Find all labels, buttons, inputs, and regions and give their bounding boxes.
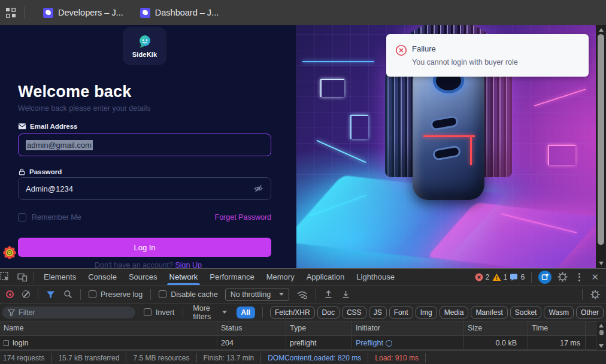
more-options-icon[interactable] — [574, 273, 585, 281]
browser-tab-developers[interactable]: Developers – J... — [35, 0, 132, 25]
chip-img[interactable]: Img — [416, 307, 437, 318]
column-header-type[interactable]: Type — [286, 321, 352, 335]
close-devtools-icon[interactable]: ✕ — [587, 272, 605, 283]
chip-js[interactable]: JS — [369, 307, 387, 318]
clear-network-log-icon[interactable] — [19, 286, 34, 303]
network-settings-gear-icon[interactable] — [587, 286, 604, 303]
network-status-bar: 174 requests 15.7 kB transferred 7.5 MB … — [0, 350, 606, 364]
browser-tab-dashboard[interactable]: Dashboard – J... — [132, 0, 227, 25]
scroll-up-arrow-icon[interactable] — [599, 324, 604, 327]
record-network-log-icon[interactable] — [2, 286, 17, 303]
request-name-cell[interactable]: login — [0, 336, 217, 349]
brand-logo: SideKik — [123, 27, 166, 65]
eye-off-icon[interactable] — [253, 184, 263, 193]
scroll-down-arrow-icon[interactable] — [599, 262, 604, 265]
filter-icon[interactable] — [43, 286, 59, 303]
error-icon — [475, 273, 483, 281]
toast-title: Failure — [412, 44, 436, 53]
padlock-accent — [423, 135, 475, 137]
error-count-badge[interactable]: 2 — [475, 273, 490, 281]
flower-extension-icon[interactable] — [1, 243, 19, 262]
document-icon — [4, 340, 9, 346]
forgot-password-link[interactable]: Forget Password — [215, 213, 271, 222]
throttling-select[interactable]: No throttling — [225, 289, 289, 301]
tab-console[interactable]: Console — [82, 269, 123, 285]
export-har-icon[interactable] — [338, 286, 354, 303]
initiator-info-icon[interactable] — [386, 340, 392, 347]
initiator-link[interactable]: Preflight — [356, 339, 383, 347]
settings-gear-icon[interactable] — [554, 272, 571, 282]
divider — [316, 289, 316, 300]
devtools-tab-bar: Elements Console Sources Network Perform… — [0, 269, 606, 286]
filter-input-pill[interactable] — [2, 307, 135, 318]
chip-css[interactable]: CSS — [342, 307, 366, 318]
chip-font[interactable]: Font — [389, 307, 413, 318]
chip-doc[interactable]: Doc — [317, 307, 340, 318]
tab-groups-icon[interactable] — [5, 7, 16, 18]
request-size-cell: 0.0 kB — [464, 336, 528, 349]
filter-input[interactable] — [19, 308, 130, 317]
column-header-size[interactable]: Size — [464, 321, 528, 335]
tab-elements[interactable]: Elements — [38, 269, 82, 285]
request-status-cell: 204 — [217, 336, 286, 349]
scrollbar-thumb[interactable] — [599, 330, 604, 335]
chip-all[interactable]: All — [237, 307, 255, 318]
column-header-name[interactable]: Name — [0, 321, 217, 335]
chip-socket[interactable]: Socket — [510, 307, 542, 318]
tab-sources[interactable]: Sources — [123, 269, 163, 285]
circuit-decoration — [350, 115, 368, 139]
scrollbar-thumb[interactable] — [598, 34, 604, 245]
request-type-cell: preflight — [286, 336, 352, 349]
network-conditions-icon[interactable] — [293, 286, 311, 303]
scroll-down-arrow-icon[interactable] — [599, 344, 604, 348]
checkbox-icon — [159, 290, 166, 298]
remember-me-checkbox[interactable]: Remember Me — [18, 213, 81, 222]
tab-application[interactable]: Application — [301, 269, 351, 285]
preserve-log-checkbox[interactable]: Preserve log — [85, 290, 146, 299]
inspect-element-icon[interactable] — [0, 269, 14, 285]
page-scrollbar[interactable] — [596, 25, 606, 268]
chip-fetch-xhr[interactable]: Fetch/XHR — [270, 307, 315, 318]
chip-wasm[interactable]: Wasm — [544, 307, 574, 318]
message-bubble-icon — [510, 273, 518, 281]
chip-manifest[interactable]: Manifest — [471, 307, 507, 318]
tab-memory[interactable]: Memory — [260, 269, 301, 285]
network-request-table: Name Status Type Initiator Size Time log… — [0, 321, 606, 350]
invert-checkbox[interactable]: Invert — [140, 308, 178, 317]
divider — [262, 307, 263, 318]
padlock-slot — [430, 115, 459, 131]
tab-network[interactable]: Network — [163, 269, 204, 285]
table-row[interactable]: login 204 preflight Preflight 0.0 kB 17 … — [0, 335, 606, 350]
divider — [34, 272, 34, 283]
column-header-initiator[interactable]: Initiator — [352, 321, 464, 335]
tab-lighthouse[interactable]: Lighthouse — [350, 269, 401, 285]
password-input[interactable]: Admin@1234 — [18, 177, 271, 200]
chip-media[interactable]: Media — [440, 307, 469, 318]
warning-icon — [492, 273, 501, 281]
signup-link[interactable]: Sign Up — [175, 261, 201, 268]
devtools-activity-icon[interactable] — [538, 271, 552, 284]
warning-count-badge[interactable]: 1 — [492, 273, 508, 281]
column-header-time[interactable]: Time — [528, 321, 586, 335]
disable-cache-checkbox[interactable]: Disable cache — [155, 290, 222, 299]
import-har-icon[interactable] — [320, 286, 337, 303]
message-count-badge[interactable]: 6 — [510, 273, 525, 281]
email-input[interactable]: admin@gmail.com — [18, 134, 271, 156]
search-icon[interactable] — [60, 286, 76, 303]
finish-time: Finish: 13.7 min — [197, 353, 262, 363]
more-filters-button[interactable]: More filters — [188, 304, 231, 321]
chip-other[interactable]: Other — [576, 307, 604, 318]
toast-message: You cannot login with buyer role — [412, 58, 518, 66]
checkbox-icon — [144, 308, 152, 316]
network-toolbar: Preserve log Disable cache No throttling — [0, 286, 606, 304]
domcontentloaded-time: DOMContentLoaded: 820 ms — [261, 353, 368, 363]
device-toolbar-icon[interactable] — [14, 269, 31, 285]
login-button[interactable]: Log In — [18, 238, 271, 257]
table-scrollbar[interactable] — [596, 321, 606, 350]
error-toast[interactable]: Failure You cannot login with buyer role — [386, 34, 589, 77]
tab-label: Developers – J... — [58, 8, 123, 17]
column-header-status[interactable]: Status — [217, 321, 286, 335]
screen: Developers – J... Dashboard – J... SideK… — [0, 0, 606, 364]
tab-performance[interactable]: Performance — [204, 269, 260, 285]
scroll-up-arrow-icon[interactable] — [599, 28, 604, 32]
